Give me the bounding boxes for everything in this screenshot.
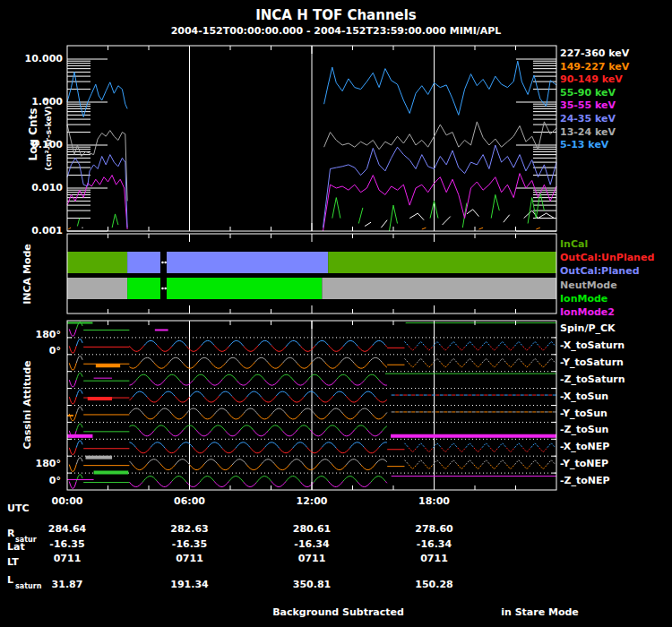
flux-ytick-label: 0.001 bbox=[18, 225, 63, 236]
utc-tick-label: 18:00 bbox=[406, 495, 463, 507]
att-wave bbox=[129, 425, 387, 431]
att-bump bbox=[76, 407, 82, 414]
flux-ytick-label: 10.000 bbox=[18, 53, 63, 64]
utc-tick-label: 12:00 bbox=[283, 495, 340, 507]
att-zigzag bbox=[405, 358, 556, 363]
page-title: INCA H TOF Channels bbox=[0, 7, 672, 23]
utc-tick-label: 06:00 bbox=[161, 495, 219, 507]
attitude-row-label: -Z_toNEP bbox=[560, 475, 610, 486]
attitude-axis-label: Cassini Attitude bbox=[22, 360, 33, 449]
flux-ytick-label: 0.100 bbox=[18, 139, 63, 150]
ephemeris-value: 31.87 bbox=[27, 579, 108, 590]
att-bump bbox=[69, 448, 76, 455]
flux-legend-item: 24-35 keV bbox=[560, 113, 616, 125]
flux-legend-item: 55-90 keV bbox=[560, 87, 616, 99]
utc-tick-label: 00:00 bbox=[39, 495, 96, 507]
mode-frame bbox=[67, 234, 556, 314]
att-wave bbox=[129, 345, 387, 351]
flux-legend-item: 149-227 keV bbox=[560, 61, 629, 73]
ephemeris-value: 150.28 bbox=[394, 579, 475, 590]
mode-gap-dot bbox=[164, 288, 167, 290]
attitude-row-label: -Y_toNEP bbox=[560, 458, 608, 469]
footer-background-subtracted: Background Subtracted bbox=[233, 606, 444, 618]
attitude-ytick-label: 0° bbox=[25, 345, 61, 356]
attitude-ytick-label: 180° bbox=[25, 458, 61, 469]
mode-bar-segment bbox=[322, 278, 556, 299]
att-bump bbox=[69, 363, 76, 370]
att-zigzag bbox=[409, 448, 547, 452]
attitude-row-label: -Z_toSaturn bbox=[560, 374, 625, 385]
ephemeris-row-label: L bbox=[7, 574, 13, 586]
mode-bar-segment bbox=[167, 252, 328, 273]
mode-legend-item: NeutMode bbox=[560, 279, 617, 291]
attitude-row-label: Spin/P_CK bbox=[560, 322, 616, 334]
inca-tof-figure: INCA H TOF Channels 2004-152T00:00:00.00… bbox=[0, 0, 672, 627]
att-zigzag bbox=[405, 460, 556, 465]
ephemeris-value: 0711 bbox=[394, 553, 475, 564]
mode-legend-item: InCal bbox=[560, 238, 588, 250]
att-wave bbox=[129, 408, 387, 415]
flux-series bbox=[68, 228, 540, 229]
page-subtitle: 2004-152T00:00:00.000 - 2004-152T23:59:0… bbox=[0, 25, 672, 37]
att-wave bbox=[129, 362, 387, 368]
flux-legend-item: 90-149 keV bbox=[560, 73, 623, 85]
mode-bar-segment bbox=[167, 278, 322, 299]
ephemeris-value: -16.34 bbox=[394, 538, 475, 550]
mode-legend-item: OutCal:UnPlaned bbox=[560, 252, 654, 263]
flux-y-axis-label: Log Cnts bbox=[27, 108, 39, 161]
flux-legend-item: 227-360 keV bbox=[560, 47, 629, 59]
flux-legend-item: 5-13 keV bbox=[560, 139, 608, 150]
att-bump bbox=[69, 397, 76, 404]
mode-bar-segment bbox=[328, 252, 556, 273]
att-wave bbox=[129, 442, 387, 449]
attitude-row-label: -X_toNEP bbox=[560, 441, 609, 452]
ephemeris-value: 278.60 bbox=[394, 523, 475, 535]
flux-legend-item: 13-24 keV bbox=[560, 126, 616, 138]
attitude-row-label: -Y_toSun bbox=[560, 408, 607, 419]
ephemeris-value: 0711 bbox=[27, 553, 108, 564]
mode-gap-dot bbox=[161, 288, 164, 290]
att-bump bbox=[69, 380, 76, 387]
mode-bar-segment bbox=[67, 252, 127, 273]
mode-gap-dot bbox=[161, 262, 164, 264]
attitude-row-label: -X_toSun bbox=[560, 391, 608, 402]
ephemeris-row-label: Lat bbox=[7, 541, 25, 553]
att-wave bbox=[129, 481, 387, 486]
ephemeris-value: 282.63 bbox=[150, 523, 230, 535]
att-bump bbox=[76, 458, 82, 465]
att-bump bbox=[76, 339, 82, 347]
att-bump bbox=[76, 356, 82, 364]
att-bump bbox=[76, 475, 82, 482]
att-bump bbox=[76, 424, 82, 431]
flux-y-axis-units: (cm²-sr-s-keV)⁻¹ bbox=[44, 99, 53, 171]
attitude-row-label: -Z_toSun bbox=[560, 424, 608, 435]
att-wave bbox=[141, 357, 382, 363]
attitude-ytick-label: 0° bbox=[25, 475, 61, 486]
mode-axis-label: INCA Mode bbox=[22, 244, 33, 305]
ephemeris-value: -16.34 bbox=[271, 538, 352, 550]
flux-legend-item: 35-55 keV bbox=[560, 99, 616, 111]
att-zigzag bbox=[409, 363, 547, 367]
flux-series bbox=[77, 193, 544, 231]
att-wave bbox=[129, 396, 387, 402]
att-wave bbox=[139, 430, 382, 436]
att-bump bbox=[76, 441, 82, 448]
att-zigzag bbox=[405, 443, 556, 448]
att-bump bbox=[69, 482, 76, 489]
att-wave bbox=[129, 380, 387, 385]
att-wave bbox=[133, 391, 375, 397]
mode-legend-item: IonMode bbox=[560, 293, 607, 305]
attitude-row-label: -X_toSaturn bbox=[560, 339, 625, 351]
att-wave bbox=[144, 340, 385, 347]
ephemeris-value: 0711 bbox=[150, 553, 230, 564]
att-zigzag bbox=[409, 465, 547, 469]
att-wave bbox=[133, 464, 375, 470]
flux-ytick-label: 1.000 bbox=[18, 96, 63, 107]
ephemeris-value: 191.34 bbox=[150, 579, 230, 590]
ephemeris-row-label: R bbox=[7, 528, 14, 539]
footer-stare-mode: in Stare Mode bbox=[484, 606, 596, 618]
att-bump bbox=[69, 329, 76, 336]
att-bump bbox=[76, 390, 82, 397]
ephemeris-value: 284.64 bbox=[27, 523, 108, 535]
att-wave bbox=[144, 414, 385, 419]
